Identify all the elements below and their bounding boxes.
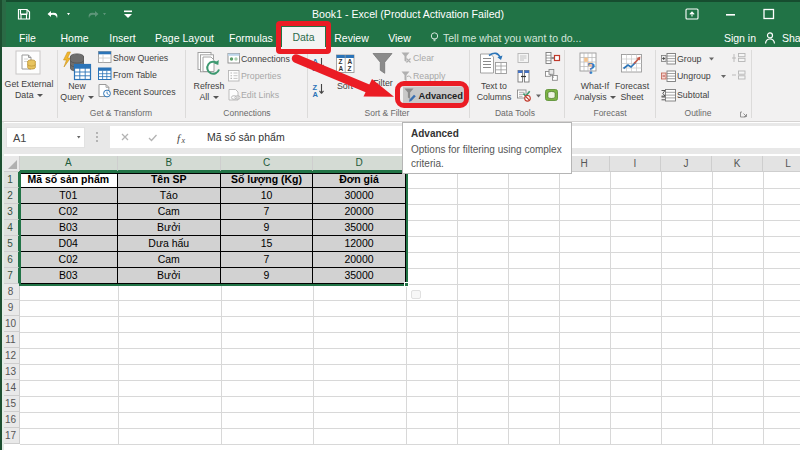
svg-text:?: ? — [587, 59, 596, 78]
svg-text:x: x — [181, 136, 186, 145]
